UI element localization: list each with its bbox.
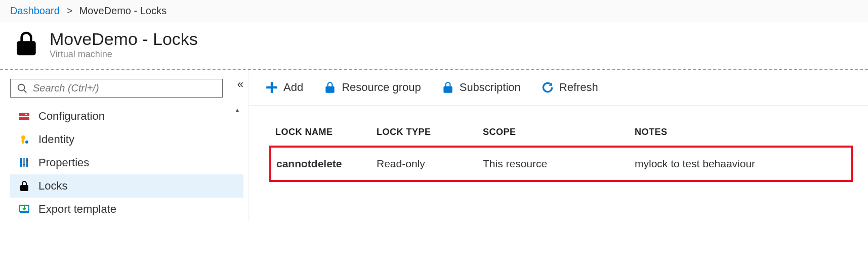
sidebar-item-identity[interactable]: Identity [10, 128, 243, 151]
sidebar-item-export-template[interactable]: Export template [10, 198, 243, 221]
add-button[interactable]: Add [265, 81, 303, 94]
highlighted-row: cannotdelete Read-only This resource myl… [270, 147, 852, 181]
properties-icon [17, 157, 31, 169]
lock-icon [17, 180, 31, 192]
scroll-up-indicator[interactable]: ▲ [234, 107, 240, 114]
page-subtitle: Virtual machine [50, 49, 198, 60]
collapse-sidebar-button[interactable]: « [237, 78, 243, 91]
svg-rect-13 [23, 164, 25, 165]
column-header-notes[interactable]: NOTES [630, 121, 852, 147]
cell-lock-name: cannotdelete [270, 147, 371, 181]
sidebar-item-configuration[interactable]: Configuration [10, 105, 243, 128]
breadcrumb-dashboard-link[interactable]: Dashboard [10, 5, 60, 16]
refresh-button[interactable]: Refresh [541, 81, 598, 94]
svg-point-5 [21, 135, 25, 140]
svg-rect-16 [20, 212, 29, 213]
column-header-type[interactable]: LOCK TYPE [371, 121, 478, 147]
lock-icon [441, 81, 454, 94]
svg-rect-18 [266, 86, 277, 88]
page-title: MoveDemo - Locks [50, 29, 198, 49]
cell-scope: This resource [478, 147, 630, 181]
lock-icon [323, 81, 337, 94]
toolbar-label: Subscription [460, 81, 521, 94]
svg-rect-12 [20, 161, 22, 162]
svg-rect-11 [26, 158, 28, 167]
column-header-name[interactable]: LOCK NAME [270, 121, 371, 147]
sidebar-item-properties[interactable]: Properties [10, 151, 243, 174]
svg-rect-2 [19, 113, 29, 116]
sidebar-item-label: Identity [38, 133, 74, 146]
toolbar-label: Refresh [559, 81, 598, 94]
svg-line-1 [24, 89, 27, 92]
svg-rect-7 [21, 141, 23, 142]
toolbar-label: Resource group [342, 81, 421, 94]
main-content: Add Resource group Subscription [249, 70, 868, 221]
breadcrumb: Dashboard > MoveDemo - Locks [0, 0, 868, 22]
table-row[interactable]: cannotdelete Read-only This resource myl… [270, 147, 852, 181]
plus-icon [265, 81, 278, 94]
refresh-icon [541, 81, 554, 94]
export-template-icon [17, 203, 31, 215]
cell-notes: mylock to test behaaviour [630, 147, 852, 181]
breadcrumb-separator: > [66, 5, 72, 16]
svg-point-8 [25, 141, 28, 144]
toolbar-label: Add [283, 81, 303, 94]
cell-lock-type: Read-only [371, 147, 478, 181]
locks-table: LOCK NAME LOCK TYPE SCOPE NOTES cannotde… [269, 121, 853, 182]
svg-rect-4 [25, 114, 27, 115]
column-header-scope[interactable]: SCOPE [478, 121, 630, 147]
lock-icon [12, 29, 40, 60]
sidebar-item-label: Configuration [38, 110, 105, 123]
breadcrumb-current: MoveDemo - Locks [79, 5, 167, 16]
svg-rect-14 [26, 160, 28, 161]
configuration-icon [17, 110, 31, 122]
toolbar: Add Resource group Subscription [249, 70, 868, 106]
resource-group-button[interactable]: Resource group [323, 81, 421, 94]
identity-icon [17, 133, 31, 146]
search-icon [17, 83, 28, 94]
search-input[interactable] [33, 82, 216, 94]
sidebar-search[interactable] [10, 79, 223, 98]
subscription-button[interactable]: Subscription [441, 81, 521, 94]
sidebar-item-locks[interactable]: Locks [10, 174, 243, 198]
svg-rect-3 [19, 117, 29, 120]
svg-point-0 [18, 84, 25, 90]
svg-rect-9 [20, 158, 22, 167]
sidebar: « ▲ Configuration [0, 70, 249, 221]
sidebar-item-label: Properties [38, 156, 89, 169]
page-header: MoveDemo - Locks Virtual machine [0, 22, 868, 69]
sidebar-item-label: Export template [38, 203, 116, 216]
sidebar-item-label: Locks [38, 179, 67, 193]
svg-rect-10 [23, 158, 25, 167]
